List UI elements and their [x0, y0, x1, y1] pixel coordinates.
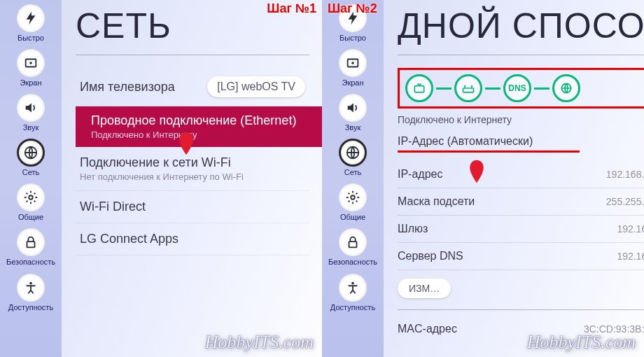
- svg-rect-13: [463, 88, 474, 92]
- sidebar-item-screen[interactable]: Экран: [339, 49, 367, 87]
- red-underline: [398, 150, 580, 153]
- sidebar-item-label: Экран: [342, 78, 363, 87]
- wifi-sub: Нет подключения к Интернету по Wi-Fi: [80, 172, 305, 182]
- row-ip: IP-адрес 192.168.0.102: [398, 161, 644, 188]
- chain-tv-icon: [405, 74, 433, 102]
- settings-sidebar: Быстро Экран Звук Сеть Общие: [0, 0, 62, 357]
- speaker-icon: [17, 94, 45, 122]
- sidebar-item-accessibility[interactable]: Доступность: [330, 274, 375, 312]
- panel-step2: Шаг №2 Быстро Экран Звук Сеть: [322, 0, 644, 357]
- sidebar-item-label: Общие: [340, 213, 365, 221]
- sidebar-item-accessibility[interactable]: Доступность: [8, 274, 53, 312]
- settings-sidebar: Быстро Экран Звук Сеть Общие: [322, 0, 384, 357]
- row-ethernet[interactable]: Проводное подключение (Ethernet) Подключ…: [76, 106, 322, 147]
- connection-chain-highlight: DNS: [398, 68, 644, 108]
- svg-rect-4: [27, 242, 34, 248]
- row-lg-connect[interactable]: LG Connect Apps: [76, 223, 309, 255]
- panel-step1: Шаг №1 Быстро Экран Звук Сеть: [0, 0, 322, 357]
- svg-point-3: [29, 196, 33, 200]
- svg-rect-12: [414, 86, 424, 92]
- screen-icon: [339, 49, 367, 77]
- sidebar-item-label: Доступность: [330, 303, 375, 312]
- step-badge-2: Шаг №2: [328, 1, 377, 16]
- gear-icon: [17, 183, 45, 211]
- bolt-icon: [17, 4, 45, 32]
- chain-line: [436, 88, 451, 90]
- chain-dns-icon: DNS: [503, 74, 531, 102]
- divider: [398, 55, 644, 55]
- mac-value: 3C:CD:93:3B:38:35: [584, 323, 644, 335]
- svg-point-11: [351, 281, 354, 284]
- wifi-title: Подключение к сети Wi-Fi: [80, 155, 305, 170]
- dns-value: 192.168.0.1: [617, 251, 644, 262]
- row-gateway: Шлюз 192.168.0.1: [398, 216, 644, 243]
- tv-name-label: Имя телевизора: [80, 80, 207, 94]
- ethernet-sub: Подключено к Интернету: [91, 130, 307, 140]
- row-mac: MAC-адрес 3C:CD:93:3B:38:35: [398, 316, 644, 342]
- gateway-value: 192.168.0.1: [617, 223, 644, 234]
- speaker-icon: [339, 94, 367, 122]
- step2-content: ДНОЙ СПОСОБ DNS Подключено к Интернету I…: [384, 0, 644, 357]
- mac-label: MAC-адрес: [398, 323, 584, 335]
- connection-status: Подключено к Интернету: [398, 114, 644, 125]
- row-wifi-direct[interactable]: Wi-Fi Direct: [76, 191, 309, 223]
- chain-router-icon: [454, 74, 482, 102]
- divider: [76, 55, 309, 55]
- sidebar-item-label: Сеть: [344, 168, 361, 176]
- step1-content: СЕТЬ Имя телевизора [LG] webOS TV Провод…: [62, 0, 322, 357]
- chain-globe-icon: [552, 74, 580, 102]
- sidebar-item-quick[interactable]: Быстро: [17, 4, 45, 42]
- step-badge-1: Шаг №1: [267, 1, 316, 16]
- svg-point-7: [351, 62, 354, 64]
- sidebar-item-network[interactable]: Сеть: [17, 139, 45, 176]
- divider: [398, 309, 644, 310]
- row-dns: Сервер DNS 192.168.0.1: [398, 243, 644, 270]
- row-tv-name[interactable]: Имя телевизора [LG] webOS TV: [76, 68, 309, 106]
- lock-icon: [339, 228, 367, 256]
- edit-button[interactable]: ИЗМ…: [398, 279, 451, 298]
- sidebar-item-label: Звук: [23, 123, 39, 132]
- tv-name-value[interactable]: [LG] webOS TV: [207, 76, 305, 97]
- mask-label: Маска подсети: [398, 195, 606, 208]
- chain-line: [534, 88, 550, 90]
- ip-value: 192.168.0.102: [606, 169, 644, 180]
- sidebar-item-label: Безопасность: [328, 258, 377, 266]
- ethernet-title: Проводное подключение (Ethernet): [91, 113, 307, 128]
- screen-icon: [17, 49, 45, 77]
- lock-icon: [17, 228, 45, 256]
- sidebar-item-sound[interactable]: Звук: [17, 94, 45, 132]
- sidebar-item-general[interactable]: Общие: [339, 183, 367, 221]
- row-wifi[interactable]: Подключение к сети Wi-Fi Нет подключения…: [76, 147, 309, 191]
- svg-point-1: [29, 62, 32, 64]
- globe-icon: [339, 139, 367, 167]
- sidebar-item-security[interactable]: Безопасность: [6, 228, 55, 266]
- sidebar-item-label: Общие: [18, 213, 43, 221]
- svg-point-5: [29, 281, 32, 284]
- sidebar-item-general[interactable]: Общие: [17, 183, 45, 221]
- wifi-direct-label: Wi-Fi Direct: [80, 200, 305, 214]
- sidebar-item-security[interactable]: Безопасность: [328, 228, 377, 266]
- person-icon: [17, 274, 45, 302]
- sidebar-item-label: Сеть: [22, 168, 39, 176]
- mask-value: 255.255.255.0: [606, 196, 644, 207]
- ip-label: IP-адрес: [398, 168, 606, 181]
- chain-line: [485, 88, 500, 90]
- sidebar-item-screen[interactable]: Экран: [17, 49, 45, 87]
- sidebar-item-label: Безопасность: [6, 258, 55, 266]
- ip-section-head[interactable]: IP-Адрес (Автоматически): [398, 135, 644, 150]
- sidebar-item-sound[interactable]: Звук: [339, 94, 367, 132]
- sidebar-item-network[interactable]: Сеть: [339, 139, 367, 176]
- sidebar-item-label: Экран: [20, 78, 41, 87]
- sidebar-item-label: Быстро: [340, 34, 366, 42]
- sidebar-item-label: Звук: [345, 123, 361, 132]
- person-icon: [339, 274, 367, 302]
- page-title: ДНОЙ СПОСОБ: [398, 6, 644, 46]
- row-mask: Маска подсети 255.255.255.0: [398, 188, 644, 216]
- lg-connect-label: LG Connect Apps: [80, 232, 305, 246]
- svg-point-9: [351, 196, 355, 200]
- sidebar-item-label: Быстро: [18, 34, 44, 42]
- svg-rect-10: [349, 242, 356, 248]
- dns-label: Сервер DNS: [398, 250, 617, 262]
- globe-icon: [17, 139, 45, 167]
- gear-icon: [339, 183, 367, 211]
